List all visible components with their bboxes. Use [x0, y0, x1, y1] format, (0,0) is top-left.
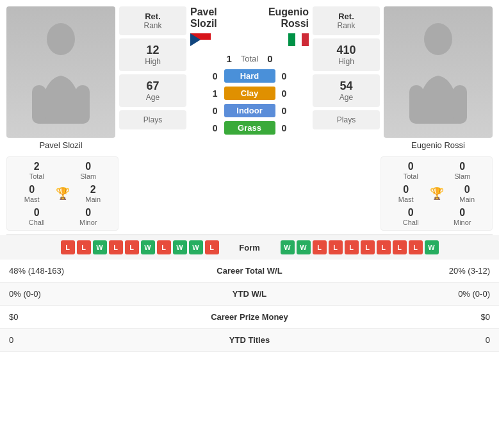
form-badge: L	[345, 240, 359, 254]
left-chall-val: 0	[11, 207, 63, 219]
surface-row-clay: 1 Clay 0	[190, 87, 309, 100]
form-badge: W	[281, 240, 295, 254]
left-high-label: High	[124, 57, 181, 66]
right-chall-lbl: Chall	[385, 219, 437, 226]
right-player-photo	[384, 6, 493, 138]
left-total-score: 1	[226, 53, 231, 64]
right-slam-lbl: Slam	[437, 172, 489, 180]
right-main-val: 0	[446, 184, 489, 195]
stats-table: 48% (148-163) Career Total W/L 20% (3-12…	[0, 260, 499, 352]
right-stats-card: Ret. Rank 410 High 54 Age Plays	[313, 6, 380, 129]
hard-right: 0	[282, 71, 287, 81]
form-badge: L	[157, 240, 171, 254]
right-mast-val: 0	[385, 184, 427, 195]
left-total-lbl: Total	[11, 172, 63, 180]
form-section: L L W L L W L W W L Form W W L L L L L L…	[0, 235, 499, 260]
surface-row-hard: 0 Hard 0	[190, 69, 309, 83]
right-minor-val: 0	[437, 207, 489, 219]
right-slam-val: 0	[437, 161, 489, 172]
right-rank-sublabel: Rank	[318, 21, 375, 30]
form-badge: L	[125, 240, 139, 254]
clay-left: 1	[213, 88, 218, 99]
surface-row-indoor: 0 Indoor 0	[190, 104, 309, 117]
ytd-wl-label: YTD W/L	[165, 283, 334, 306]
left-plays-label: Plays	[124, 115, 181, 124]
svg-point-9	[424, 23, 452, 55]
indoor-btn: Indoor	[224, 104, 275, 117]
left-minor-lbl: Minor	[63, 219, 115, 226]
right-total-val: 0	[385, 161, 437, 172]
form-badge: L	[377, 240, 391, 254]
right-age-val: 54	[318, 79, 375, 93]
left-flag	[190, 33, 211, 48]
right-age-label: Age	[318, 93, 375, 102]
form-badge: L	[77, 240, 91, 254]
clay-btn: Clay	[224, 87, 275, 100]
right-player-name-top: Eugenio Rossi	[243, 6, 309, 29]
clay-right: 0	[282, 88, 287, 99]
right-high-val: 410	[318, 44, 375, 57]
prize-left: $0	[0, 306, 165, 329]
form-badge: W	[141, 240, 155, 254]
grass-right: 0	[282, 123, 287, 133]
career-wl-right: 20% (3-12)	[334, 260, 499, 283]
ytd-wl-right: 0% (0-0)	[334, 283, 499, 306]
left-total-val: 2	[11, 161, 63, 172]
left-age-label: Age	[124, 93, 181, 102]
left-chall-lbl: Chall	[11, 219, 63, 226]
form-badge: W	[297, 240, 311, 254]
titles-label: YTD Titles	[165, 329, 334, 352]
svg-rect-8	[302, 33, 309, 46]
center-panel: Pavel Slozil Eugenio Rossi	[190, 6, 309, 135]
left-player-photo	[6, 6, 115, 138]
form-badge: L	[361, 240, 375, 254]
left-minor-val: 0	[63, 207, 115, 219]
ytd-wl-left: 0% (0-0)	[0, 283, 165, 306]
left-mast-lbl: Mast	[11, 195, 53, 203]
stats-row: $0 Career Prize Money $0	[0, 306, 499, 329]
stats-row: 0% (0-0) YTD W/L 0% (0-0)	[0, 283, 499, 306]
stats-row: 0 YTD Titles 0	[0, 329, 499, 352]
form-badge: L	[409, 240, 423, 254]
right-flag	[288, 33, 309, 48]
left-player-name-below: Pavel Slozil	[39, 140, 82, 150]
right-total-score: 0	[267, 53, 272, 64]
right-form-badges: W W L L L L L L L W	[281, 240, 493, 254]
form-badge: W	[173, 240, 187, 254]
prize-label: Career Prize Money	[165, 306, 334, 329]
form-badge: L	[205, 240, 219, 254]
form-badge: L	[329, 240, 343, 254]
svg-rect-2	[76, 85, 90, 124]
right-player-name-below: Eugenio Rossi	[411, 140, 465, 150]
left-form-badges: L L W L L W L W W L	[6, 240, 219, 254]
svg-rect-7	[295, 33, 302, 46]
left-player-name-top: Pavel Slozil	[190, 6, 243, 29]
indoor-right: 0	[282, 106, 287, 116]
left-age-val: 67	[124, 79, 181, 93]
left-stats-card: Ret. Rank 12 High 67 Age Plays	[119, 6, 186, 129]
form-badge: W	[93, 240, 107, 254]
career-wl-left: 48% (148-163)	[0, 260, 165, 283]
right-high-label: High	[318, 57, 375, 66]
form-badge: W	[425, 240, 439, 254]
form-badge: L	[313, 240, 327, 254]
form-badge: L	[393, 240, 407, 254]
svg-rect-1	[32, 85, 46, 124]
titles-left: 0	[0, 329, 165, 352]
form-badge: W	[189, 240, 203, 254]
svg-rect-11	[453, 85, 467, 124]
svg-rect-6	[288, 33, 295, 46]
hard-btn: Hard	[224, 69, 275, 83]
svg-rect-10	[409, 85, 423, 124]
indoor-left: 0	[213, 106, 218, 116]
surface-row-grass: 0 Grass 0	[190, 121, 309, 135]
career-wl-label: Career Total W/L	[165, 260, 334, 283]
stats-row: 48% (148-163) Career Total W/L 20% (3-12…	[0, 260, 499, 283]
right-chall-val: 0	[385, 207, 437, 219]
left-mast-val: 0	[11, 184, 53, 195]
left-rank-label: Ret.	[124, 12, 181, 21]
total-label: Total	[241, 54, 258, 63]
titles-right: 0	[334, 329, 499, 352]
grass-btn: Grass	[224, 121, 275, 135]
right-minor-lbl: Minor	[437, 219, 489, 226]
